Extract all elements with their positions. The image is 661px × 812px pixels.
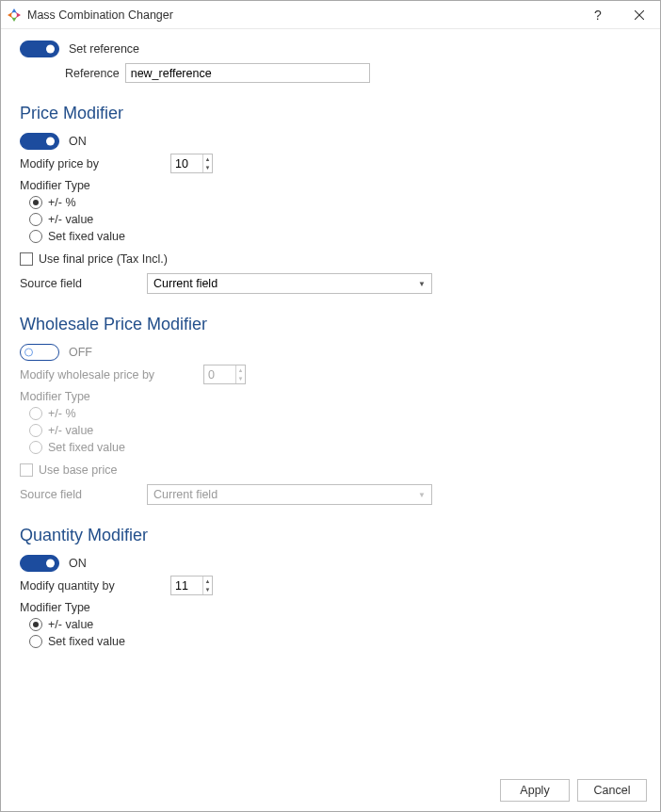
modify-wholesale-input [204, 365, 235, 383]
chevron-down-icon: ▼ [418, 280, 426, 288]
app-logo-icon [7, 8, 22, 23]
wholesale-radio-value [29, 424, 42, 437]
wholesale-modifier-type-label: Modifier Type [20, 390, 641, 403]
reference-input[interactable] [125, 63, 370, 83]
dialog-window: Mass Combination Changer ? Set reference… [0, 0, 661, 812]
price-toggle-label: ON [69, 135, 87, 148]
stepper-up-icon: ▲ [236, 365, 245, 375]
wholesale-source-field-value: Current field [153, 488, 218, 501]
price-toggle[interactable] [20, 133, 59, 150]
modify-wholesale-label: Modify wholesale price by [20, 368, 203, 382]
wholesale-modifier-heading: Wholesale Price Modifier [20, 315, 641, 334]
wholesale-toggle-label: OFF [69, 346, 92, 359]
price-radio-fixed-label: Set fixed value [48, 230, 125, 243]
wholesale-toggle[interactable] [20, 344, 59, 361]
wholesale-radio-fixed-label: Set fixed value [48, 441, 125, 454]
wholesale-radio-fixed [29, 441, 42, 454]
modify-quantity-label: Modify quantity by [20, 579, 170, 593]
wholesale-radio-percent [29, 407, 42, 420]
stepper-down-icon[interactable]: ▼ [203, 586, 212, 595]
set-reference-toggle[interactable] [20, 41, 59, 57]
stepper-down-icon: ▼ [236, 375, 245, 384]
quantity-modifier-heading: Quantity Modifier [20, 526, 641, 545]
modify-price-stepper[interactable]: ▲▼ [170, 154, 213, 173]
modify-price-label: Modify price by [20, 157, 170, 171]
quantity-radio-fixed[interactable] [29, 635, 42, 648]
quantity-radio-fixed-label: Set fixed value [48, 635, 125, 648]
price-source-field-value: Current field [153, 277, 218, 290]
use-base-price-checkbox [20, 463, 33, 477]
use-base-price-label: Use base price [39, 463, 117, 477]
wholesale-radio-value-label: +/- value [48, 424, 93, 437]
wholesale-source-field-select: Current field ▼ [147, 484, 432, 505]
stepper-up-icon[interactable]: ▲ [203, 577, 212, 586]
dialog-body: Set reference Reference Price Modifier O… [1, 29, 660, 811]
stepper-down-icon[interactable]: ▼ [203, 164, 212, 173]
dialog-footer: Apply Cancel [500, 779, 647, 802]
use-final-price-checkbox[interactable] [20, 252, 33, 266]
price-radio-percent[interactable] [29, 196, 42, 209]
quantity-toggle-label: ON [69, 557, 87, 570]
titlebar: Mass Combination Changer ? [1, 1, 660, 29]
modify-price-input[interactable] [171, 154, 202, 172]
use-final-price-label: Use final price (Tax Incl.) [39, 252, 168, 266]
modify-wholesale-stepper: ▲▼ [203, 365, 246, 384]
quantity-modifier-type-label: Modifier Type [20, 601, 641, 614]
price-source-field-select[interactable]: Current field ▼ [147, 273, 432, 294]
close-button[interactable] [619, 1, 660, 29]
quantity-radio-value[interactable] [29, 618, 42, 631]
reference-field-label: Reference [65, 67, 120, 80]
wholesale-source-field-label: Source field [20, 488, 147, 501]
price-modifier-heading: Price Modifier [20, 104, 641, 123]
apply-button[interactable]: Apply [500, 779, 570, 802]
set-reference-label: Set reference [69, 42, 139, 56]
modify-quantity-stepper[interactable]: ▲▼ [170, 576, 213, 595]
help-button[interactable]: ? [577, 1, 619, 29]
chevron-down-icon: ▼ [418, 491, 426, 499]
stepper-up-icon[interactable]: ▲ [203, 154, 212, 164]
price-source-field-label: Source field [20, 277, 147, 290]
cancel-button[interactable]: Cancel [577, 779, 647, 802]
price-radio-fixed[interactable] [29, 230, 42, 243]
price-radio-value-label: +/- value [48, 213, 93, 226]
wholesale-radio-percent-label: +/- % [48, 407, 76, 420]
quantity-radio-value-label: +/- value [48, 618, 93, 631]
price-radio-percent-label: +/- % [48, 196, 76, 209]
price-radio-value[interactable] [29, 213, 42, 226]
quantity-toggle[interactable] [20, 555, 59, 572]
modify-quantity-input[interactable] [171, 577, 202, 594]
price-modifier-type-label: Modifier Type [20, 179, 641, 192]
window-title: Mass Combination Changer [27, 8, 577, 22]
